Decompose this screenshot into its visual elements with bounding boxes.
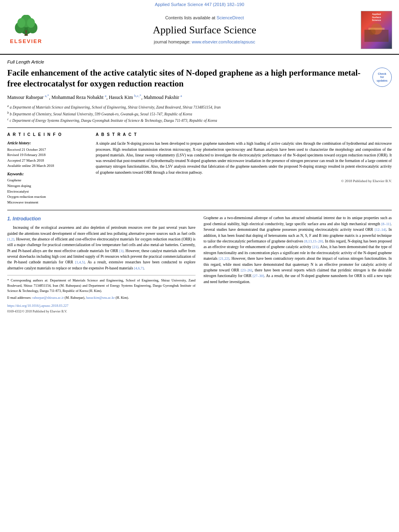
issn-line: 0169-4332/© 2018 Published by Elsevier B… [7,309,195,314]
email-link-rahsepar[interactable]: rahsepar@shirazu.ac.ir [32,296,64,300]
abstract-heading: A B S T R A C T [96,132,392,138]
journal-cover: AppliedSurfaceScience [361,11,395,49]
intro-paragraph-1: Increasing of the ecological awareness a… [7,225,195,271]
cover-graphic-icon [364,22,389,42]
contents-line: Contents lists available at ScienceDirec… [48,15,361,21]
keyword-orr: Oxygen reduction reaction [7,194,88,199]
history-received: Received 21 October 2017 [7,147,88,152]
body-right-col: Graphene as a two-dimensional allotrope … [204,215,392,314]
body-left-col: 1. Introduction Increasing of the ecolog… [7,215,195,314]
author-mohammad: Mohammad Reza Nobakht a [51,94,106,100]
journal-homepage: journal homepage: www.elsevier.com/locat… [48,39,361,45]
article-info-heading: A R T I C L E I N F O [7,132,88,138]
check-updates-badge: Checkforupdates [372,68,392,87]
introduction-heading: 1. Introduction [7,215,195,222]
elsevier-logo: ELSEVIER [4,15,48,45]
svg-rect-7 [25,30,27,33]
footnote-corresponding: * Corresponding authors at: Department o… [7,278,195,293]
abstract-text: A simple and facile N-doping process has… [96,141,392,175]
abstract-panel: A B S T R A C T A simple and facile N-do… [96,132,392,205]
info-abstract-section: A R T I C L E I N F O Article history: R… [7,127,392,205]
article-info-panel: A R T I C L E I N F O Article history: R… [7,132,88,205]
main-content: Full Length Article Facile enhancement o… [0,59,399,314]
cover-image: AppliedSurfaceScience [361,11,392,49]
journal-header: Applied Surface Science 447 (2018) 182–1… [0,0,399,55]
elsevier-wordmark: ELSEVIER [10,38,42,45]
footnote-email: E-mail addresses: rahsepar@shirazu.ac.ir… [7,295,195,300]
top-bar: Applied Surface Science 447 (2018) 182–1… [0,0,399,8]
history-revised: Revised 19 February 2018 [7,152,88,158]
author-hasuck: Hasuck Kim b,c,* [109,94,141,100]
history-online: Available online 28 March 2018 [7,163,88,168]
body-section: 1. Introduction Increasing of the ecolog… [7,215,392,314]
article-title: Facile enhancement of the active catalyt… [7,68,392,89]
affiliations: a a Department of Materials Science and … [7,104,392,123]
article-type: Full Length Article [7,59,392,65]
doi-section: https://doi.org/10.1016/j.apsusc.2018.03… [7,303,195,314]
homepage-link[interactable]: www.elsevier.com/locate/apsusc [192,39,255,44]
affiliation-b: b b Department of Chemistry, Seoul Natio… [7,111,392,117]
keyword-microwave: Microwave treatment [7,200,88,205]
journal-center: Contents lists available at ScienceDirec… [48,15,361,45]
copyright-line: © 2018 Published by Elsevier B.V. [96,179,392,184]
doi-link[interactable]: https://doi.org/10.1016/j.apsusc.2018.03… [7,304,68,308]
keyword-nitrogen: Nitrogen doping [7,183,88,189]
history-section: Article history: Received 21 October 201… [7,141,88,168]
affiliation-c: c c Department of Energy Systems Enginee… [7,117,392,123]
intro-paragraph-right: Graphene as a two-dimensional allotrope … [204,215,392,285]
history-label: Article history: [7,141,88,146]
keywords-label: Keywords: [7,172,88,177]
author-mahmoud: Mahmoud Pakshir a [144,94,182,100]
email-link-hasuck[interactable]: hasuckim@snu.ac.kr [86,296,115,300]
section-divider [7,210,392,210]
svg-point-6 [27,18,35,28]
footnotes-section: * Corresponding authors at: Department o… [7,275,195,300]
authors-line: Mansour Rahsepar a,*, Mohammad Reza Noba… [7,93,392,101]
sciencedirect-link[interactable]: ScienceDirect [216,15,244,20]
author-mansour: Mansour Rahsepar a,* [7,94,49,100]
keywords-section: Keywords: Graphene Nitrogen doping Elect… [7,172,88,205]
affiliation-a: a a Department of Materials Science and … [7,104,392,110]
journal-title: Applied Surface Science [48,23,361,37]
svg-point-5 [17,18,25,28]
elsevier-tree-icon [10,15,42,37]
keyword-electrocatalyst: Electrocatalyst [7,189,88,194]
keyword-graphene: Graphene [7,178,88,183]
svg-rect-11 [368,28,385,30]
history-accepted: Accepted 27 March 2018 [7,158,88,163]
